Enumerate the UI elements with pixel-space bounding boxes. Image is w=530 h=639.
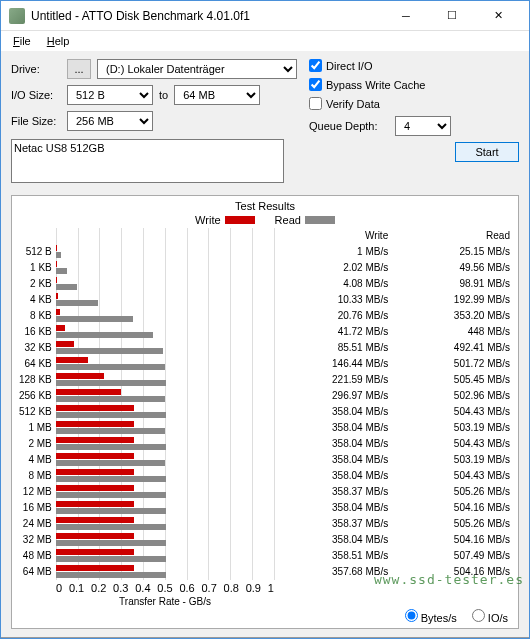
- read-value: 353.20 MB/s: [394, 308, 510, 324]
- results-title: Test Results: [14, 200, 516, 212]
- read-bar: [56, 492, 166, 498]
- menu-file[interactable]: File: [7, 33, 37, 49]
- write-value: 85.51 MB/s: [272, 340, 388, 356]
- read-value: 504.43 MB/s: [394, 436, 510, 452]
- y-tick: 1 KB: [14, 260, 52, 276]
- device-textarea[interactable]: Netac US8 512GB: [11, 139, 284, 183]
- read-bar: [56, 396, 166, 402]
- read-bar: [56, 556, 167, 562]
- write-bar: [56, 485, 134, 491]
- start-button[interactable]: Start: [455, 142, 519, 162]
- y-tick: 256 KB: [14, 388, 52, 404]
- maximize-button[interactable]: ☐: [429, 1, 475, 31]
- read-value: 192.99 MB/s: [394, 292, 510, 308]
- write-value: 358.04 MB/s: [272, 404, 388, 420]
- bar-row: [56, 468, 273, 484]
- read-bar: [56, 252, 61, 258]
- bar-row: [56, 260, 273, 276]
- read-value: 504.16 MB/s: [394, 500, 510, 516]
- y-tick: 32 MB: [14, 532, 52, 548]
- write-value: 146.44 MB/s: [272, 356, 388, 372]
- write-value: 4.08 MB/s: [272, 276, 388, 292]
- read-value: 98.91 MB/s: [394, 276, 510, 292]
- unit-radios: Bytes/s IO/s: [14, 607, 516, 626]
- write-bar: [56, 373, 104, 379]
- read-value: 504.16 MB/s: [394, 532, 510, 548]
- chart-bars: [56, 228, 273, 580]
- read-value: 503.19 MB/s: [394, 420, 510, 436]
- ios-radio[interactable]: [472, 609, 485, 622]
- write-bar: [56, 437, 134, 443]
- write-value: 358.04 MB/s: [272, 468, 388, 484]
- results-panel: Test Results Write Read 512 B1 KB2 KB4 K…: [11, 195, 519, 629]
- read-value: 502.96 MB/s: [394, 388, 510, 404]
- y-tick: 48 MB: [14, 548, 52, 564]
- read-bar: [56, 508, 166, 514]
- drive-label: Drive:: [11, 63, 61, 75]
- read-bar: [56, 332, 154, 338]
- write-value: 358.04 MB/s: [272, 436, 388, 452]
- watermark: www.ssd-tester.es: [374, 572, 524, 587]
- x-tick: 0.9: [246, 582, 261, 594]
- legend-write-label: Write: [195, 214, 220, 226]
- x-tick: 0.1: [69, 582, 84, 594]
- read-bar: [56, 524, 166, 530]
- write-bar: [56, 517, 134, 523]
- direct-io-checkbox[interactable]: [309, 59, 322, 72]
- read-value: 505.26 MB/s: [394, 484, 510, 500]
- write-value: 358.04 MB/s: [272, 500, 388, 516]
- read-bar: [56, 428, 166, 434]
- x-tick: 0.6: [179, 582, 194, 594]
- io-size-from-select[interactable]: 512 B: [67, 85, 153, 105]
- io-size-to-select[interactable]: 64 MB: [174, 85, 260, 105]
- x-tick: 0.8: [224, 582, 239, 594]
- queue-depth-label: Queue Depth:: [309, 120, 389, 132]
- bar-row: [56, 340, 273, 356]
- y-tick: 16 KB: [14, 324, 52, 340]
- chart-x-ticks: 00.10.20.30.40.50.60.70.80.91: [56, 580, 274, 594]
- drive-browse-button[interactable]: ...: [67, 59, 91, 79]
- write-bar: [56, 341, 75, 347]
- legend-read-label: Read: [275, 214, 301, 226]
- close-button[interactable]: ✕: [475, 1, 521, 31]
- write-value: 10.33 MB/s: [272, 292, 388, 308]
- bar-row: [56, 564, 273, 580]
- bar-row: [56, 500, 273, 516]
- bytes-radio-label[interactable]: Bytes/s: [405, 612, 457, 624]
- write-value: 221.59 MB/s: [272, 372, 388, 388]
- bypass-cache-checkbox[interactable]: [309, 78, 322, 91]
- bar-row: [56, 404, 273, 420]
- window-title: Untitled - ATTO Disk Benchmark 4.01.0f1: [31, 9, 383, 23]
- write-value: 2.02 MB/s: [272, 260, 388, 276]
- read-value: 492.41 MB/s: [394, 340, 510, 356]
- write-value: 358.04 MB/s: [272, 452, 388, 468]
- write-bar: [56, 293, 58, 299]
- chart-y-labels: 512 B1 KB2 KB4 KB8 KB16 KB32 KB64 KB128 …: [14, 228, 56, 580]
- bar-row: [56, 532, 273, 548]
- bytes-radio[interactable]: [405, 609, 418, 622]
- x-tick: 0: [56, 582, 62, 594]
- write-value: 41.72 MB/s: [272, 324, 388, 340]
- write-bar: [56, 549, 134, 555]
- x-tick: 0.2: [91, 582, 106, 594]
- x-tick: 1: [268, 582, 274, 594]
- verify-data-checkbox[interactable]: [309, 97, 322, 110]
- to-label: to: [159, 89, 168, 101]
- write-column: Write1 MB/s2.02 MB/s4.08 MB/s10.33 MB/s2…: [272, 228, 394, 580]
- write-bar: [56, 421, 134, 427]
- menu-help[interactable]: Help: [41, 33, 76, 49]
- ios-radio-label[interactable]: IO/s: [472, 612, 508, 624]
- legend-read-swatch: [305, 216, 335, 224]
- minimize-button[interactable]: ─: [383, 1, 429, 31]
- file-size-select[interactable]: 256 MB: [67, 111, 153, 131]
- read-bar: [56, 476, 166, 482]
- write-bar: [56, 325, 65, 331]
- read-bar: [56, 348, 163, 354]
- write-value: 358.04 MB/s: [272, 532, 388, 548]
- drive-select[interactable]: (D:) Lokaler Datenträger: [97, 59, 297, 79]
- read-bar: [56, 268, 67, 274]
- y-tick: 512 B: [14, 244, 52, 260]
- queue-depth-select[interactable]: 4: [395, 116, 451, 136]
- read-bar: [56, 412, 166, 418]
- bar-row: [56, 308, 273, 324]
